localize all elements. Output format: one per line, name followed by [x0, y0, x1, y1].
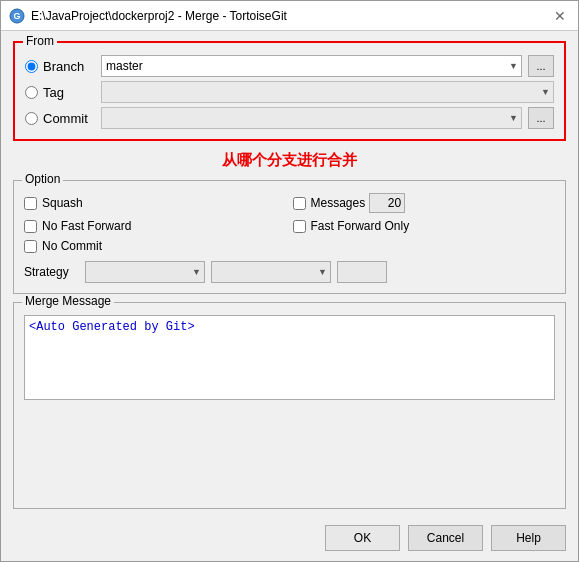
strategy-select-1[interactable] — [85, 261, 205, 283]
dialog-content: From Branch master ▼ ... — [1, 31, 578, 519]
commit-dots-button[interactable]: ... — [528, 107, 554, 129]
option-rows: Squash Messages — [24, 193, 555, 283]
squash-check-item: Squash — [24, 196, 287, 210]
option-col-right-1: Messages — [293, 193, 556, 213]
from-group: From Branch master ▼ ... — [13, 41, 566, 141]
button-bar: OK Cancel Help — [1, 519, 578, 561]
strategy-combo-1: ▼ — [85, 261, 205, 283]
commit-radio[interactable] — [25, 112, 38, 125]
help-button[interactable]: Help — [491, 525, 566, 551]
no-fast-forward-label[interactable]: No Fast Forward — [42, 219, 131, 233]
from-rows: Branch master ▼ ... Tag — [25, 55, 554, 129]
tag-row: Tag ▼ — [25, 81, 554, 103]
tag-combo-container: ▼ — [101, 81, 554, 103]
squash-checkbox[interactable] — [24, 197, 37, 210]
window-title: E:\JavaProject\dockerproj2 - Merge - Tor… — [31, 9, 287, 23]
commit-radio-label[interactable]: Commit — [25, 111, 95, 126]
option-group: Option Squash Messages — [13, 180, 566, 294]
from-group-label: From — [23, 34, 57, 48]
annotation-text: 从哪个分支进行合并 — [13, 151, 566, 170]
no-commit-checkbox[interactable] — [24, 240, 37, 253]
strategy-row: Strategy ▼ ▼ — [24, 261, 555, 283]
messages-row: Messages — [293, 193, 556, 213]
merge-message-group-label: Merge Message — [22, 294, 114, 308]
option-row-2: No Fast Forward Fast Forward Only — [24, 219, 555, 233]
title-bar: G E:\JavaProject\dockerproj2 - Merge - T… — [1, 1, 578, 31]
branch-dots-button[interactable]: ... — [528, 55, 554, 77]
branch-combo-container: master ▼ — [101, 55, 522, 77]
branch-label: Branch — [43, 59, 84, 74]
commit-label: Commit — [43, 111, 88, 126]
option-col-left-3: No Commit — [24, 239, 287, 253]
messages-input[interactable] — [369, 193, 405, 213]
strategy-label: Strategy — [24, 265, 79, 279]
branch-select[interactable]: master — [101, 55, 522, 77]
close-button[interactable]: ✕ — [550, 6, 570, 26]
svg-text:G: G — [13, 11, 20, 21]
commit-select — [101, 107, 522, 129]
branch-row: Branch master ▼ ... — [25, 55, 554, 77]
option-row-3: No Commit — [24, 239, 555, 253]
tag-select — [101, 81, 554, 103]
branch-radio-label[interactable]: Branch — [25, 59, 95, 74]
strategy-select-2[interactable] — [211, 261, 331, 283]
cancel-button[interactable]: Cancel — [408, 525, 483, 551]
merge-message-textarea[interactable] — [24, 315, 555, 400]
messages-check-item: Messages — [293, 196, 366, 210]
tag-radio[interactable] — [25, 86, 38, 99]
messages-label[interactable]: Messages — [311, 196, 366, 210]
option-row-1: Squash Messages — [24, 193, 555, 213]
merge-message-group: Merge Message — [13, 302, 566, 509]
no-commit-label[interactable]: No Commit — [42, 239, 102, 253]
strategy-button[interactable] — [337, 261, 387, 283]
strategy-combo-2: ▼ — [211, 261, 331, 283]
commit-row: Commit ▼ ... — [25, 107, 554, 129]
option-col-left-2: No Fast Forward — [24, 219, 287, 233]
messages-checkbox[interactable] — [293, 197, 306, 210]
no-fast-forward-check-item: No Fast Forward — [24, 219, 287, 233]
app-icon: G — [9, 8, 25, 24]
no-fast-forward-checkbox[interactable] — [24, 220, 37, 233]
fast-forward-only-label[interactable]: Fast Forward Only — [311, 219, 410, 233]
option-col-right-2: Fast Forward Only — [293, 219, 556, 233]
main-window: G E:\JavaProject\dockerproj2 - Merge - T… — [0, 0, 579, 562]
no-commit-check-item: No Commit — [24, 239, 287, 253]
squash-label[interactable]: Squash — [42, 196, 83, 210]
tag-label: Tag — [43, 85, 64, 100]
option-col-left-1: Squash — [24, 196, 287, 210]
tag-radio-label[interactable]: Tag — [25, 85, 95, 100]
fast-forward-only-checkbox[interactable] — [293, 220, 306, 233]
ok-button[interactable]: OK — [325, 525, 400, 551]
branch-radio[interactable] — [25, 60, 38, 73]
title-bar-left: G E:\JavaProject\dockerproj2 - Merge - T… — [9, 8, 287, 24]
commit-combo-container: ▼ — [101, 107, 522, 129]
option-group-label: Option — [22, 172, 63, 186]
fast-forward-only-check-item: Fast Forward Only — [293, 219, 556, 233]
